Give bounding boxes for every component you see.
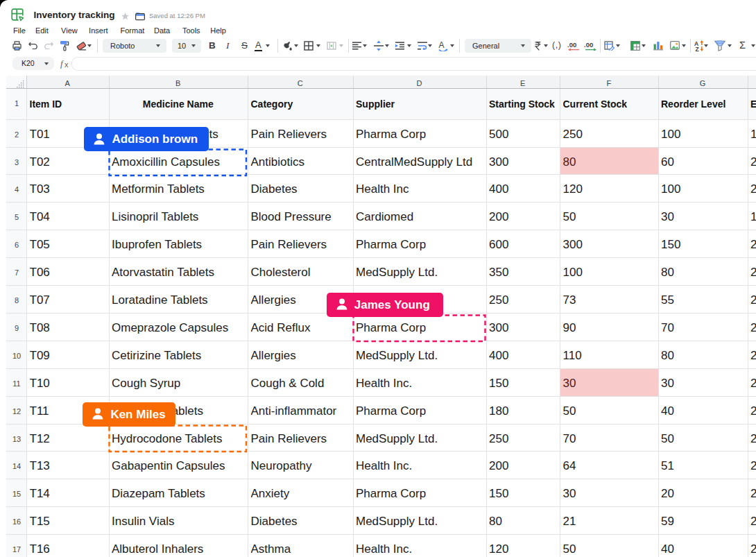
svg-text:.00: .00: [584, 41, 593, 49]
svg-text:.00: .00: [567, 41, 576, 49]
svg-text:A: A: [439, 40, 445, 50]
svg-text:Z: Z: [696, 46, 699, 52]
